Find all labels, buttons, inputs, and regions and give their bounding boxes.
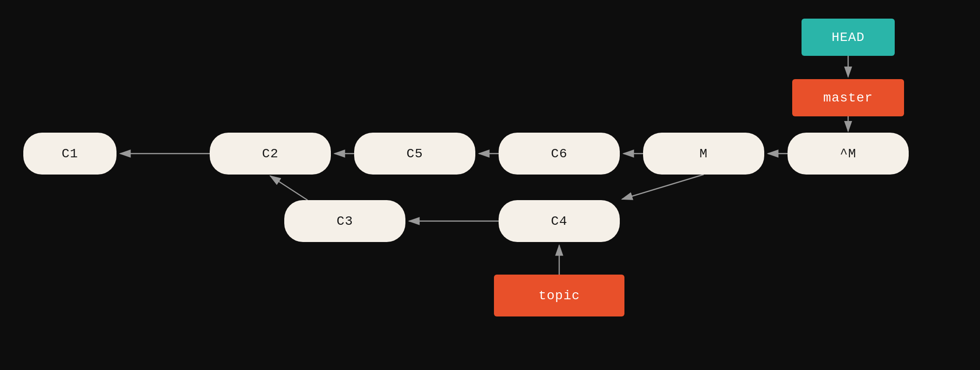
commit-c5: C5 xyxy=(354,133,475,175)
commit-c6: C6 xyxy=(499,133,620,175)
svg-line-10 xyxy=(270,176,308,200)
svg-line-8 xyxy=(622,175,704,199)
commit-c4: C4 xyxy=(499,200,620,242)
head-label: HEAD xyxy=(802,19,895,56)
commit-c2: C2 xyxy=(210,133,331,175)
commit-m: M xyxy=(643,133,764,175)
commit-c3: C3 xyxy=(284,200,405,242)
git-diagram: HEAD master ^M M C6 C5 C2 C1 C4 C3 topic xyxy=(0,0,980,370)
commit-c1: C1 xyxy=(23,133,117,175)
master-label: master xyxy=(792,79,904,116)
topic-label: topic xyxy=(494,275,624,316)
commit-caret-m: ^M xyxy=(788,133,909,175)
